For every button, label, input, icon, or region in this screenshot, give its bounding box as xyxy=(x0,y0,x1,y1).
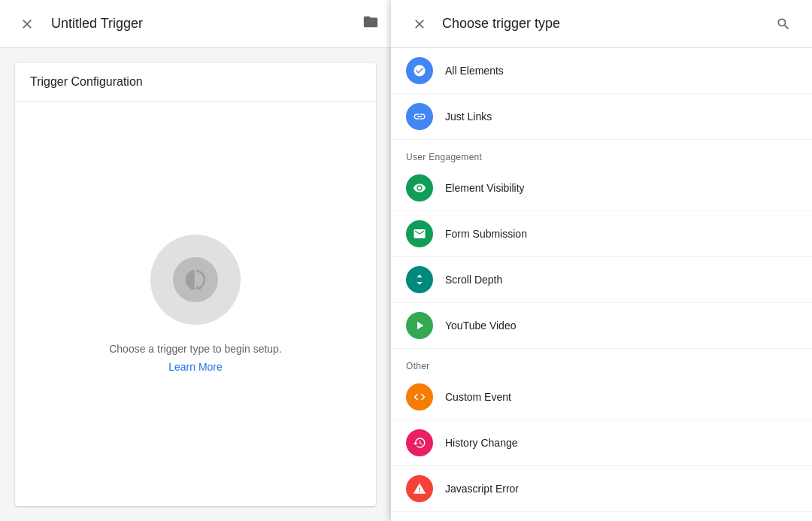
card-body-text: Choose a trigger type to begin setup. xyxy=(109,343,282,355)
side-panel: Choose trigger type All Elements Just Li… xyxy=(391,0,812,521)
scroll-depth-label: Scroll Depth xyxy=(445,274,797,286)
custom-event-icon xyxy=(406,383,433,410)
trigger-item-just-links[interactable]: Just Links xyxy=(391,94,812,140)
form-submission-icon xyxy=(406,220,433,247)
trigger-item-youtube-video[interactable]: YouTube Video xyxy=(391,303,812,349)
trigger-item-form-submission[interactable]: Form Submission xyxy=(391,211,812,257)
element-visibility-icon xyxy=(406,174,433,201)
youtube-video-label: YouTube Video xyxy=(445,320,797,332)
trigger-item-javascript-error[interactable]: Javascript Error xyxy=(391,466,812,512)
trigger-item-element-visibility[interactable]: Element Visibility xyxy=(391,165,812,211)
side-panel-header: Choose trigger type xyxy=(391,0,812,48)
trigger-config-card: Trigger Configuration Choose a trigger t… xyxy=(15,63,376,506)
just-links-icon xyxy=(406,103,433,130)
folder-icon xyxy=(362,14,379,34)
side-panel-close-button[interactable] xyxy=(406,11,433,38)
just-links-label: Just Links xyxy=(445,111,797,123)
scroll-depth-icon xyxy=(406,266,433,293)
element-visibility-label: Element Visibility xyxy=(445,182,797,194)
form-submission-label: Form Submission xyxy=(445,228,797,240)
trigger-item-timer[interactable]: Timer xyxy=(391,512,812,521)
other-section-label: Other xyxy=(391,349,812,374)
trigger-item-scroll-depth[interactable]: Scroll Depth xyxy=(391,257,812,303)
javascript-error-label: Javascript Error xyxy=(445,483,797,495)
card-header: Trigger Configuration xyxy=(15,63,376,101)
close-button[interactable] xyxy=(12,9,42,39)
card-body: Choose a trigger type to begin setup. Le… xyxy=(15,101,376,506)
page-title: Untitled Trigger xyxy=(51,16,353,32)
history-change-label: History Change xyxy=(445,437,797,449)
trigger-icon-inner xyxy=(173,257,218,302)
content-area: Trigger Configuration Choose a trigger t… xyxy=(0,48,391,521)
all-elements-icon xyxy=(406,57,433,84)
all-elements-label: All Elements xyxy=(445,65,797,77)
trigger-item-custom-event[interactable]: Custom Event xyxy=(391,374,812,420)
trigger-placeholder-icon xyxy=(150,235,241,325)
trigger-item-history-change[interactable]: History Change xyxy=(391,420,812,466)
main-panel: Untitled Trigger Trigger Configuration C… xyxy=(0,0,391,521)
learn-more-link[interactable]: Learn More xyxy=(168,361,223,373)
javascript-error-icon xyxy=(406,475,433,502)
custom-event-label: Custom Event xyxy=(445,391,797,403)
history-change-icon xyxy=(406,429,433,456)
top-bar: Untitled Trigger xyxy=(0,0,391,48)
search-button[interactable] xyxy=(770,11,797,38)
trigger-type-list: All Elements Just Links User Engagement … xyxy=(391,48,812,521)
side-panel-title: Choose trigger type xyxy=(442,16,761,32)
user-engagement-section-label: User Engagement xyxy=(391,140,812,165)
youtube-video-icon xyxy=(406,312,433,339)
trigger-item-all-elements[interactable]: All Elements xyxy=(391,48,812,94)
